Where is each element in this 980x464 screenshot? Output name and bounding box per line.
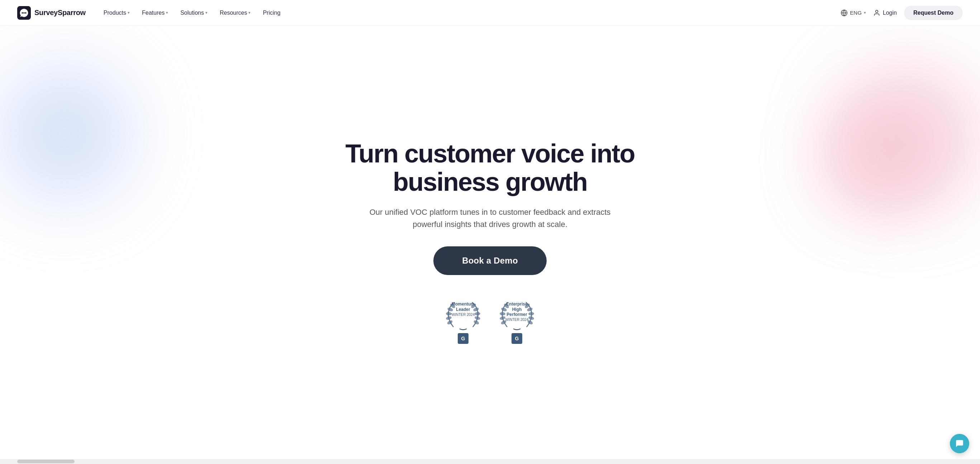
logo-text: SurveySparrow (34, 9, 86, 17)
chevron-down-icon: ▾ (127, 10, 130, 15)
badge-momentum-season: WINTER 2024 (449, 313, 477, 317)
bg-blob-blue (0, 40, 158, 226)
hero-section: Turn customer voice into business growth… (0, 26, 980, 464)
svg-point-7 (446, 316, 451, 320)
nav-item-products[interactable]: Products ▾ (99, 7, 135, 19)
nav-links: Products ▾ Features ▾ Solutions ▾ Resour… (99, 7, 286, 19)
g2-logo: G (458, 333, 468, 344)
navbar: SurveySparrow Products ▾ Features ▾ Solu… (0, 0, 980, 26)
logo[interactable]: SurveySparrow (17, 6, 86, 20)
nav-item-solutions[interactable]: Solutions ▾ (175, 7, 213, 19)
nav-item-features[interactable]: Features ▾ (137, 7, 173, 19)
badge-enterprise-high-performer: Enterprise High Performer WINTER 2024 G (497, 297, 536, 343)
badge-momentum-title: Momentum Leader (449, 301, 477, 312)
hero-title: Turn customer voice into business growth (345, 139, 635, 196)
bg-blob-pink (801, 47, 980, 226)
chevron-down-icon: ▾ (205, 10, 208, 15)
badge-enterprise-season: WINTER 2024 (503, 318, 531, 322)
chevron-down-icon: ▾ (166, 10, 168, 15)
language-selector[interactable]: ENG ▾ (840, 9, 866, 16)
chat-bubble-button[interactable] (950, 434, 969, 453)
svg-point-12 (474, 316, 480, 320)
scrollbar-thumb[interactable] (17, 460, 75, 463)
g2-logo: G (512, 333, 522, 344)
svg-point-5 (875, 10, 878, 13)
hero-subtitle: Our unified VOC platform tunes in to cus… (364, 206, 616, 231)
nav-left: SurveySparrow Products ▾ Features ▾ Solu… (17, 6, 285, 20)
svg-point-1 (22, 12, 23, 14)
nav-right: ENG ▾ Login Request Demo (840, 6, 963, 20)
bg-blob-pink2 (801, 97, 944, 223)
hero-content: Turn customer voice into business growth… (345, 139, 635, 275)
chat-icon (955, 439, 964, 448)
scrollbar[interactable] (0, 459, 980, 464)
chevron-down-icon: ▾ (864, 10, 866, 15)
chevron-down-icon: ▾ (248, 10, 251, 15)
login-button[interactable]: Login (873, 9, 897, 16)
badges-section: Momentum Leader WINTER 2024 G (444, 297, 536, 343)
nav-item-resources[interactable]: Resources ▾ (215, 7, 256, 19)
badge-momentum-leader: Momentum Leader WINTER 2024 G (444, 297, 483, 343)
book-demo-button[interactable]: Book a Demo (433, 246, 547, 275)
badge-enterprise-title: Enterprise High Performer (503, 301, 531, 317)
request-demo-button[interactable]: Request Demo (904, 6, 963, 20)
user-icon (873, 9, 880, 16)
nav-item-pricing[interactable]: Pricing (258, 7, 285, 19)
svg-point-2 (23, 12, 25, 14)
svg-point-3 (25, 12, 27, 14)
globe-icon (840, 9, 848, 16)
